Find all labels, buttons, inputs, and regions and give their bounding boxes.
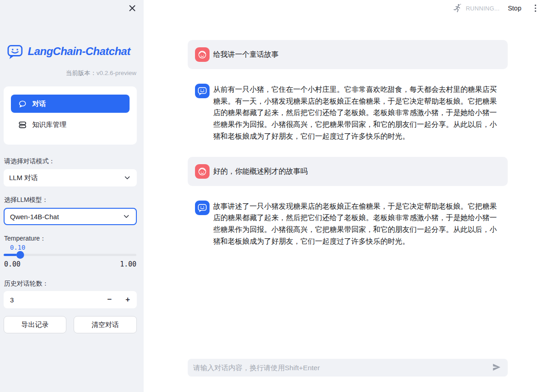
message-text: 给我讲一个童话故事 (213, 50, 500, 59)
nav-item-knowledge-base[interactable]: 知识库管理 (11, 116, 130, 134)
slider-thumb[interactable] (16, 251, 24, 259)
chat-message-assistant: 从前有一只小猪，它住在一个小村庄里。它非常喜欢吃甜食，每天都会去村里的糖果店买糖… (188, 84, 508, 142)
chat-bubble-icon (18, 100, 27, 108)
version-info: 当前版本：v0.2.6-preview (66, 69, 136, 77)
assistant-avatar (195, 201, 210, 215)
export-records-button[interactable]: 导出记录 (4, 316, 66, 333)
face-icon (197, 50, 207, 60)
dialog-mode-value: LLM 对话 (9, 174, 38, 182)
sidebar: LangChain-Chatchat 当前版本：v0.2.6-preview 对… (0, 0, 144, 392)
nav-item-label: 知识库管理 (32, 121, 66, 129)
chevron-down-icon (122, 212, 130, 221)
stop-button[interactable]: Stop (508, 5, 521, 12)
assistant-avatar (195, 84, 210, 98)
kebab-menu-icon[interactable] (531, 4, 540, 13)
sidebar-close-button[interactable] (128, 4, 136, 12)
message-text: 故事讲述了一只小猪发现糖果店的老板娘正在偷糖果，于是它决定帮助老板娘。它把糖果店… (213, 201, 500, 247)
send-button[interactable] (490, 362, 502, 374)
database-icon (18, 121, 27, 129)
history-rounds-input[interactable]: 3 − + (4, 291, 137, 308)
llm-model-label: 选择LLM模型： (4, 196, 48, 204)
send-icon (492, 362, 501, 372)
close-icon (128, 4, 136, 12)
slider-range: 0.00 1.00 (4, 260, 136, 268)
user-avatar (195, 47, 210, 62)
chat-input[interactable] (193, 364, 490, 372)
running-icon (452, 3, 462, 13)
dialog-mode-label: 请选择对话模式： (4, 157, 55, 166)
history-rounds-value: 3 (10, 296, 14, 304)
chat-smiley-icon (197, 86, 207, 96)
app-title: LangChain-Chatchat (28, 45, 130, 58)
nav-menu-card: 对话 知识库管理 (4, 86, 137, 145)
decrement-button[interactable]: − (100, 291, 119, 308)
increment-button[interactable]: + (119, 291, 137, 308)
chat-smiley-icon (197, 203, 207, 213)
llm-model-value: Qwen-14B-Chat (10, 213, 59, 221)
chatchat-logo-icon (6, 43, 24, 60)
version-label: 当前版本： (66, 70, 97, 76)
history-rounds-label: 历史对话轮数： (4, 280, 49, 288)
clear-dialogue-button[interactable]: 清空对话 (74, 316, 137, 333)
dialog-mode-select[interactable]: LLM 对话 (4, 169, 137, 186)
app-logo: LangChain-Chatchat (6, 43, 130, 60)
slider-fill (4, 254, 17, 256)
face-icon (197, 166, 207, 176)
chat-input-bar (188, 359, 508, 377)
chat-message-user: 好的，你能概述刚才的故事吗 (188, 157, 508, 186)
status-text: RUNNING... (466, 5, 500, 12)
chat-message-user: 给我讲一个童话故事 (188, 40, 508, 69)
nav-item-dialogue[interactable]: 对话 (11, 95, 130, 113)
user-avatar (195, 164, 210, 179)
temperature-slider[interactable] (4, 254, 136, 256)
chevron-down-icon (123, 174, 131, 182)
status-bar: RUNNING... Stop (452, 3, 540, 13)
app-window: LangChain-Chatchat 当前版本：v0.2.6-preview 对… (0, 0, 545, 392)
llm-model-select[interactable]: Qwen-14B-Chat (4, 208, 137, 225)
chat-message-assistant: 故事讲述了一只小猪发现糖果店的老板娘正在偷糖果，于是它决定帮助老板娘。它把糖果店… (188, 201, 508, 247)
slider-min: 0.00 (4, 260, 20, 268)
nav-item-label: 对话 (32, 100, 46, 108)
version-value: v0.2.6-preview (96, 70, 136, 76)
message-text: 好的，你能概述刚才的故事吗 (213, 167, 500, 176)
chat-area: 给我讲一个童话故事 从前有一只小猪，它住在一个小村庄里。它非常喜欢吃甜食，每天都… (188, 40, 508, 261)
temperature-value: 0.10 (10, 244, 25, 251)
message-text: 从前有一只小猪，它住在一个小村庄里。它非常喜欢吃甜食，每天都会去村里的糖果店买糖… (213, 84, 500, 142)
temperature-label: Temperature： (4, 235, 46, 243)
slider-max: 1.00 (120, 260, 136, 268)
